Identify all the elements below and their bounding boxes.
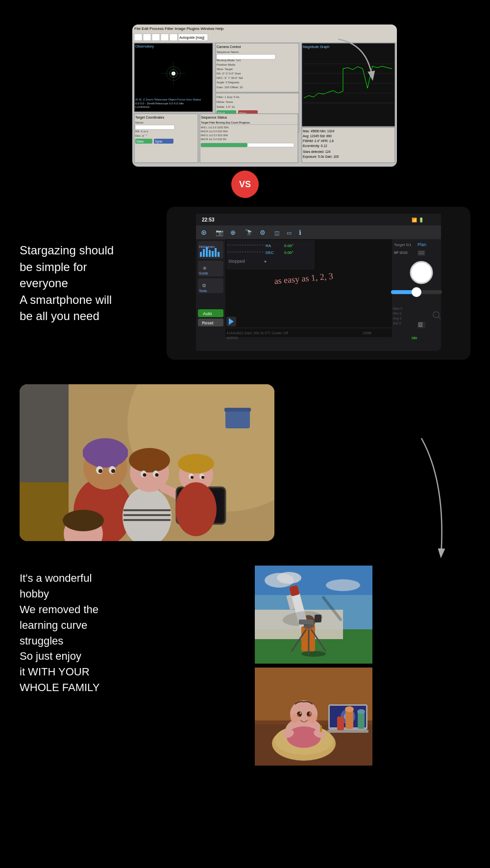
svg-rect-7 xyxy=(161,34,169,41)
svg-rect-4 xyxy=(134,34,142,41)
stargazing-text: Stargazing should be simple for everyone… xyxy=(20,242,157,324)
svg-text:50%: 50% xyxy=(250,144,256,147)
section-family-photos xyxy=(0,384,490,551)
svg-text:Reset: Reset xyxy=(202,321,214,325)
svg-text:Max: 45890  Min: 1024: Max: 45890 Min: 1024 xyxy=(303,129,335,133)
svg-text:DEC: 3° 7' 36.0"  Sid: DEC: 3° 7' 36.0" Sid xyxy=(217,76,243,79)
svg-text:Magnitude Graph: Magnitude Graph xyxy=(303,45,329,49)
app-screenshot-svg: 22:53 📶 🔋 ⊛ 📷 ⊕ 🔭 ⚙ ◫ ▭ ℹ xyxy=(173,214,464,351)
svg-text:⊕: ⊕ xyxy=(203,266,207,271)
svg-rect-8 xyxy=(170,34,177,41)
svg-rect-5 xyxy=(143,34,151,41)
svg-rect-92 xyxy=(203,249,205,257)
bottom-text: It's a wonderful hobby We removed the le… xyxy=(20,566,152,695)
svg-text:Filter: L  Exp: 5.0s: Filter: L Exp: 5.0s xyxy=(217,96,239,99)
svg-rect-66 xyxy=(201,143,247,147)
svg-text:▸: ▸ xyxy=(265,259,267,264)
svg-rect-97 xyxy=(218,252,220,257)
svg-text:Tools: Tools xyxy=(199,289,207,293)
svg-text:Exposure: 5.0s  Gain: 100: Exposure: 5.0s Gain: 100 xyxy=(303,155,339,159)
photo-children xyxy=(20,384,274,541)
svg-text:Settle: 1.5"  2s: Settle: 1.5" 2s xyxy=(217,105,235,108)
svg-rect-93 xyxy=(206,247,208,257)
svg-text:Dither: None: Dither: None xyxy=(217,100,233,103)
svg-text:⚙: ⚙ xyxy=(202,283,206,288)
svg-text:4144x2822  Gain: 200  31.5°C  : 4144x2822 Gain: 200 31.5°C Cooler: Off xyxy=(226,331,288,335)
svg-text:Dec: d  '  ": Dec: d ' " xyxy=(135,134,147,137)
stargazing-line4: A smartphone will xyxy=(20,293,112,306)
svg-text:FWHM: 2.4"  HFR: 1.8: FWHM: 2.4" HFR: 1.8 xyxy=(303,139,334,143)
svg-text:RA: RA xyxy=(266,244,271,248)
svg-text:M42  L  1x1  5.0  10/20  50%: M42 L 1x1 5.0 10/20 50% xyxy=(201,126,229,129)
svg-text:Max  0: Max 0 xyxy=(393,307,402,310)
svg-text:Target  0/1: Target 0/1 xyxy=(394,243,412,247)
svg-text:RA: 0° 0' 0.0"  Dwrt: RA: 0° 0' 0.0" Dwrt xyxy=(217,72,241,75)
photos-right-column xyxy=(157,566,470,766)
svg-text:⊛: ⊛ xyxy=(201,228,207,236)
section-bottom: It's a wonderful hobby We removed the le… xyxy=(0,561,490,780)
bottom-line1: It's a wonderful xyxy=(20,572,92,584)
bottom-line6: So just enjoy xyxy=(20,650,81,662)
bottom-line3: We removed the xyxy=(20,603,98,616)
svg-point-134 xyxy=(412,287,421,297)
svg-text:22:53: 22:53 xyxy=(202,217,215,223)
bottom-line4: learning curve xyxy=(20,619,87,631)
svg-text:RA:  h  m  s: RA: h m s xyxy=(135,130,148,133)
svg-rect-95 xyxy=(212,251,214,257)
svg-text:Avg: 12345  Std: 890: Avg: 12345 Std: 890 xyxy=(303,134,332,138)
svg-text:🔭: 🔭 xyxy=(245,228,253,237)
app-screenshot-box: 22:53 📶 🔋 ⊛ 📷 ⊕ 🔭 ⚙ ◫ ▭ ℹ xyxy=(167,207,470,360)
bottom-line8: WHOLE FAMILY xyxy=(20,681,99,694)
svg-text:Angle: 0 Degrees: Angle: 0 Degrees xyxy=(217,81,239,84)
svg-text:🖼: 🖼 xyxy=(418,322,423,327)
svg-text:32MB: 32MB xyxy=(363,331,372,335)
svg-text:Sequence Name:: Sequence Name: xyxy=(217,50,240,53)
arrow-top-right xyxy=(328,34,387,93)
section-top: File Edit Process Filter Image Plugins W… xyxy=(0,15,490,202)
svg-text:ℹ: ℹ xyxy=(299,229,301,236)
svg-text:Idle: Idle xyxy=(412,336,417,340)
svg-text:📷: 📷 xyxy=(216,228,224,237)
svg-text:Name:: Name: xyxy=(135,121,144,124)
svg-text:Auto: Auto xyxy=(203,311,212,316)
stargazing-line1: Stargazing should xyxy=(20,244,114,257)
svg-text:Position Mode: Position Mode xyxy=(217,63,236,66)
svg-text:Stars detected: 124: Stars detected: 124 xyxy=(303,150,331,153)
svg-text:Eccentricity: 0.12: Eccentricity: 0.12 xyxy=(303,144,327,148)
svg-text:📶 🔋: 📶 🔋 xyxy=(412,217,424,223)
bottom-line5: struggles xyxy=(20,635,63,647)
svg-text:Plan: Plan xyxy=(417,242,426,247)
photo-tint-3 xyxy=(157,668,470,766)
svg-point-136 xyxy=(413,264,430,281)
svg-text:File  Edit  Process  Filter  I: File Edit Process Filter Image Plugins W… xyxy=(134,26,224,31)
svg-rect-96 xyxy=(215,248,217,257)
svg-text:Slew: Slew xyxy=(136,140,144,143)
svg-text:▭: ▭ xyxy=(287,230,292,236)
arrow-mid-right xyxy=(372,433,470,580)
svg-text:Slew:  Target: Slew: Target xyxy=(217,68,233,71)
photo-baby xyxy=(157,668,470,766)
svg-text:◫: ◫ xyxy=(274,230,279,236)
svg-text:M42  B  1x1  5.0  0/10  0%: M42 B 1x1 5.0 0/10 0% xyxy=(201,138,227,141)
svg-text:M42  G  1x1  5.0  3/10  30%: M42 G 1x1 5.0 3/10 30% xyxy=(201,134,228,137)
svg-text:⚙: ⚙ xyxy=(260,229,266,236)
svg-text:Binning Mode: 1x1: Binning Mode: 1x1 xyxy=(217,59,241,62)
svg-text:Sync: Sync xyxy=(155,140,163,144)
svg-text:⊕: ⊕ xyxy=(230,229,236,236)
bottom-line7: it WITH YOUR xyxy=(20,666,90,678)
svg-text:Stopped: Stopped xyxy=(228,259,245,264)
svg-rect-94 xyxy=(209,250,211,257)
svg-text:6P 0/10: 6P 0/10 xyxy=(394,250,408,255)
svg-text:0.00°: 0.00° xyxy=(284,250,294,255)
svg-text:465535: 465535 xyxy=(226,336,238,340)
svg-text:Al St. Z  Zoom Telescope Objec: Al St. Z Zoom Telescope Object Focus Act… xyxy=(135,98,201,101)
svg-text:Luminance: Luminance xyxy=(135,105,150,108)
svg-text:Avg  0: Avg 0 xyxy=(393,317,402,321)
section-stargazing: Stargazing should be simple for everyone… xyxy=(0,202,490,374)
svg-rect-50 xyxy=(135,125,174,129)
svg-text:Gain: 100  Offset: 10: Gain: 100 Offset: 10 xyxy=(217,86,243,89)
svg-rect-91 xyxy=(200,252,202,257)
svg-text:Min  0: Min 0 xyxy=(393,312,401,315)
svg-text:Target Coordinates: Target Coordinates xyxy=(135,116,165,120)
svg-text:M42  R  1x1  5.0  5/10  50%: M42 R 1x1 5.0 5/10 50% xyxy=(201,130,228,133)
